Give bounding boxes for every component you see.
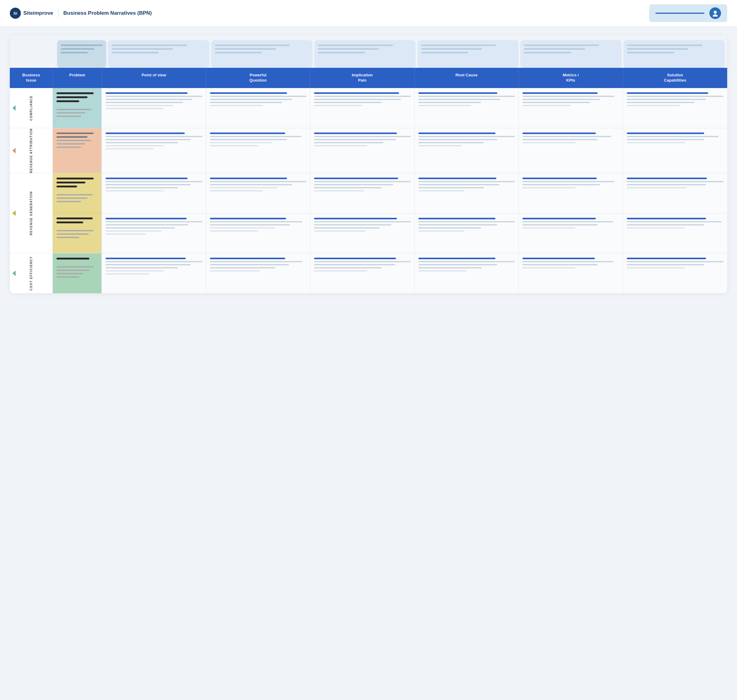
col-header-point-of-view: Point of view [102, 68, 206, 88]
col-header-root-cause: Root Cause [415, 68, 519, 88]
cell-revenue-attr-metrics[interactable] [519, 128, 623, 173]
cell-revgen2-sc[interactable] [623, 213, 728, 253]
problem-cell-revenue-gen-1[interactable] [53, 173, 102, 213]
label-cost-eff-text: COST EFFICIENCY [29, 256, 33, 291]
col-header-solution-capabilities: Solution Capabilities [623, 68, 728, 88]
preview-card-1 [57, 40, 106, 68]
cell-revgen1-metrics[interactable] [519, 173, 623, 213]
data-row-revenue-gen-1 [102, 173, 727, 213]
cell-revgen2-rc[interactable] [415, 213, 519, 253]
label-revenue-gen-text: REVENUE GENERATION [29, 191, 33, 235]
data-row-revenue-gen-2 [102, 213, 727, 253]
problem-cell-revenue-gen-2[interactable] [53, 213, 102, 253]
svg-point-1 [713, 15, 718, 16]
cell-costeff-pq[interactable] [206, 253, 311, 293]
label-revenue-attr-text: REVENUE ATTRIBUTION [29, 128, 33, 173]
col-header-powerful-question: Powerful Question [206, 68, 311, 88]
header: Si Siteimprove Business Problem Narrativ… [0, 0, 737, 27]
logo-name: Siteimprove [23, 10, 53, 16]
preview-card-3 [211, 40, 312, 68]
preview-card-7 [624, 40, 725, 68]
col-header-problem: Problem [53, 68, 102, 88]
data-row-cost-eff [102, 253, 727, 293]
problem-cell-cost-eff[interactable] [53, 253, 102, 293]
label-compliance-text: COMPLIANCE [29, 96, 33, 121]
data-row-revenue-attr [102, 128, 727, 173]
cell-costeff-rc[interactable] [415, 253, 519, 293]
avatar[interactable] [709, 7, 721, 19]
preview-row [10, 35, 727, 68]
cell-compliance-ip[interactable] [310, 88, 415, 128]
problem-cost-eff[interactable] [53, 253, 102, 293]
header-left: Si Siteimprove Business Problem Narrativ… [10, 8, 152, 19]
preview-card-5 [417, 40, 519, 68]
problem-cell-compliance[interactable] [53, 88, 102, 128]
problem-revenue-gen[interactable] [53, 173, 102, 253]
problem-revenue-attr[interactable] [53, 128, 102, 173]
problem-compliance[interactable] [53, 88, 102, 128]
cell-revgen2-metrics[interactable] [519, 213, 623, 253]
logo: Si Siteimprove [10, 8, 53, 19]
label-cost-eff: COST EFFICIENCY [10, 253, 53, 293]
bpn-table: Business Issue Problem Point of view Pow… [10, 35, 727, 293]
page-title: Business Problem Narratives (BPN) [63, 10, 152, 16]
column-headers: Business Issue Problem Point of view Pow… [10, 68, 727, 88]
main-content: Business Issue Problem Point of view Pow… [0, 27, 737, 302]
col-header-metrics-kpis: Metrics / KPIs [519, 68, 623, 88]
data-row-compliance [102, 88, 727, 128]
logo-badge: Si [10, 8, 21, 19]
compliance-arrow [12, 105, 16, 111]
header-divider [58, 9, 58, 18]
section-cost-eff: COST EFFICIENCY [10, 253, 727, 293]
data-compliance [102, 88, 727, 128]
label-compliance: COMPLIANCE [10, 88, 53, 128]
preview-card-empty-0 [12, 40, 55, 68]
cell-compliance-pov[interactable] [102, 88, 206, 128]
revenue-gen-arrow [12, 210, 16, 216]
cell-costeff-metrics[interactable] [519, 253, 623, 293]
cell-revenue-attr-sc[interactable] [623, 128, 728, 173]
preview-card-4 [314, 40, 416, 68]
section-revenue-gen: REVENUE GENERATION [10, 173, 727, 253]
data-cost-eff [102, 253, 727, 293]
revenue-attr-arrow [12, 148, 16, 153]
problem-cell-revenue-attr[interactable] [53, 128, 102, 173]
cell-costeff-ip[interactable] [310, 253, 415, 293]
cell-revgen2-pov[interactable] [102, 213, 206, 253]
cell-revgen1-ip[interactable] [310, 173, 415, 213]
cost-eff-arrow [12, 271, 16, 276]
cell-revenue-attr-pov[interactable] [102, 128, 206, 173]
header-right [649, 4, 727, 22]
cell-revenue-attr-pq[interactable] [206, 128, 311, 173]
cell-costeff-pov[interactable] [102, 253, 206, 293]
section-revenue-attr: REVENUE ATTRIBUTION [10, 128, 727, 173]
cell-compliance-pq[interactable] [206, 88, 311, 128]
col-header-business-issue: Business Issue [10, 68, 53, 88]
svg-point-0 [714, 11, 717, 14]
cell-revgen1-sc[interactable] [623, 173, 728, 213]
preview-card-6 [520, 40, 622, 68]
cell-costeff-sc[interactable] [623, 253, 728, 293]
cell-revenue-attr-rc[interactable] [415, 128, 519, 173]
data-revenue-gen [102, 173, 727, 253]
cell-revgen2-ip[interactable] [310, 213, 415, 253]
data-revenue-attr [102, 128, 727, 173]
cell-revgen1-pq[interactable] [206, 173, 311, 213]
label-revenue-gen: REVENUE GENERATION [10, 173, 53, 253]
label-revenue-attr: REVENUE ATTRIBUTION [10, 128, 53, 173]
cell-revgen2-pq[interactable] [206, 213, 311, 253]
cell-compliance-sc[interactable] [623, 88, 728, 128]
col-header-implication-pain: Implication Pain [310, 68, 415, 88]
search-bar[interactable] [655, 13, 705, 14]
cell-revgen1-pov[interactable] [102, 173, 206, 213]
preview-card-2 [108, 40, 209, 68]
section-compliance: COMPLIANCE [10, 88, 727, 128]
cell-compliance-rc[interactable] [415, 88, 519, 128]
cell-revenue-attr-ip[interactable] [310, 128, 415, 173]
cell-revgen1-rc[interactable] [415, 173, 519, 213]
cell-compliance-metrics[interactable] [519, 88, 623, 128]
